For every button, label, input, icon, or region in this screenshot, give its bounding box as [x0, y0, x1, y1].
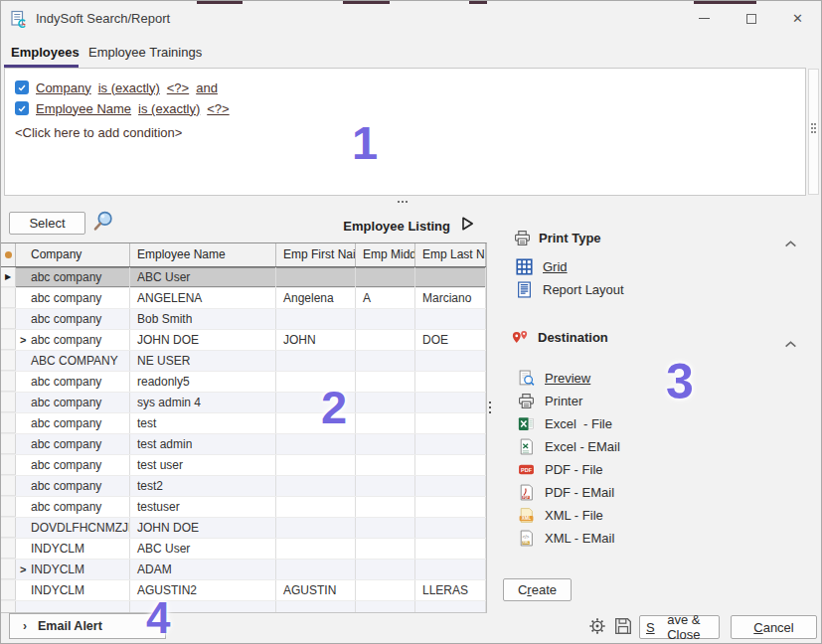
row-indicator[interactable]	[1, 497, 16, 517]
grid-cell-first[interactable]	[276, 434, 356, 454]
grid-cell-company[interactable]: >INDYCLM	[16, 560, 130, 579]
table-row[interactable]: >abc companyJOHN DOEJOHNDOE	[1, 330, 486, 351]
grid-cell-name[interactable]: test user	[130, 455, 276, 475]
table-row[interactable]: DOVDLFHCNMZJBIJOHN DOE	[1, 518, 486, 539]
option-label[interactable]: XML - File	[545, 508, 603, 523]
condition-term[interactable]: is (exactly)	[98, 80, 160, 95]
grid-cell-last[interactable]	[415, 267, 486, 287]
grid-cell-first[interactable]	[276, 267, 356, 287]
grid-cell-name[interactable]: JOHN DOE	[130, 330, 276, 350]
grid-cell-middle[interactable]	[356, 476, 415, 496]
grid-cell-middle[interactable]	[356, 601, 415, 613]
table-row[interactable]: INDYCLMAGUSTIN2AGUSTINLLERAS	[1, 580, 486, 601]
grid-cell-last[interactable]	[415, 455, 486, 475]
condition-term[interactable]: is (exactly)	[138, 101, 200, 116]
grid-cell-last[interactable]	[415, 309, 486, 329]
option-label[interactable]: Printer	[545, 394, 582, 408]
grid-cell-last[interactable]	[415, 497, 486, 517]
row-indicator[interactable]	[1, 601, 16, 613]
grid-cell-name[interactable]: test	[130, 413, 276, 433]
grid-cell-middle[interactable]: A	[356, 288, 415, 308]
grid-cell-middle[interactable]	[356, 413, 415, 433]
option-label[interactable]: Report Layout	[543, 282, 624, 297]
expand-row-icon[interactable]: >	[20, 560, 26, 579]
grid-cell-name[interactable]: Bob Smith	[130, 309, 276, 329]
grid-cell-company[interactable]: >abc company	[16, 330, 130, 350]
print-type-option-report-layout[interactable]: Report Layout	[516, 278, 624, 301]
destination-option-pdf-email[interactable]: PDFPDF - EMail	[518, 481, 620, 504]
grid-cell-last[interactable]	[415, 518, 486, 538]
grid-cell-name[interactable]: ADAM	[130, 560, 276, 579]
grid-cell-company[interactable]: abc company	[16, 455, 130, 475]
destination-section-header[interactable]: Destination	[510, 330, 608, 345]
grid-cell-company[interactable]: abc company	[16, 309, 130, 329]
minimize-icon[interactable]	[681, 4, 728, 33]
grid-cell-first[interactable]	[276, 601, 356, 613]
grid-cell-middle[interactable]	[356, 518, 415, 538]
row-indicator[interactable]	[1, 351, 16, 371]
table-row[interactable]: ABC COMPANYNE USER	[1, 351, 486, 372]
grid-cell-last[interactable]	[415, 434, 486, 454]
cancel-button[interactable]: Cancel	[731, 615, 817, 639]
table-row[interactable]: abc companytest	[1, 413, 486, 434]
table-row[interactable]: abc companysys admin 4	[1, 393, 486, 413]
condition-term[interactable]: <?>	[207, 101, 229, 116]
splitter-grip[interactable]	[811, 123, 813, 125]
row-indicator[interactable]	[1, 330, 16, 350]
grid-cell-company[interactable]: abc company	[16, 434, 130, 454]
grid-cell-middle[interactable]	[356, 393, 415, 412]
grid-cell-last[interactable]	[415, 372, 486, 392]
condition-term[interactable]: <?>	[167, 80, 189, 95]
row-indicator[interactable]	[1, 413, 16, 433]
table-row[interactable]: >INDYCLMADAM	[1, 560, 486, 580]
row-indicator[interactable]	[1, 393, 16, 412]
grid-cell-company[interactable]	[16, 601, 130, 613]
table-row[interactable]: abc companytest user	[1, 455, 486, 476]
create-button[interactable]: Create	[503, 578, 572, 601]
grid-cell-first[interactable]	[276, 455, 356, 475]
grid-cell-name[interactable]: test admin	[130, 434, 276, 454]
grid-cell-company[interactable]: abc company	[16, 393, 130, 412]
grid-cell-first[interactable]	[276, 497, 356, 517]
grid-cell-name[interactable]: ANGELENA	[130, 288, 276, 308]
horizontal-splitter-grip[interactable]	[398, 201, 400, 203]
table-row[interactable]: INDYCLMABC User	[1, 539, 486, 560]
row-indicator[interactable]: ▶	[1, 267, 16, 287]
row-indicator[interactable]	[1, 560, 16, 579]
condition-checkbox[interactable]	[15, 80, 29, 94]
grid-cell-company[interactable]: abc company	[16, 267, 130, 287]
grid-cell-last[interactable]: DOE	[415, 330, 486, 350]
grid-cell-last[interactable]	[415, 393, 486, 412]
table-row[interactable]: abc companyreadonly5	[1, 372, 486, 393]
grid-cell-last[interactable]	[415, 413, 486, 433]
row-indicator[interactable]	[1, 580, 16, 600]
grid-cell-last[interactable]	[415, 351, 486, 371]
grid-cell-last[interactable]	[415, 539, 486, 559]
grid-cell-name[interactable]: testuser	[130, 497, 276, 517]
destination-option-xml-file[interactable]: XMLXML - File	[518, 504, 620, 527]
grid-cell-company[interactable]: abc company	[16, 288, 130, 308]
close-icon[interactable]: ✕	[774, 4, 821, 33]
add-condition-link[interactable]: <Click here to add condition>	[15, 125, 797, 140]
column-header-emp-first-nai[interactable]: Emp First Nai	[276, 243, 356, 266]
grid-cell-first[interactable]	[276, 351, 356, 371]
grid-cell-company[interactable]: ABC COMPANY	[16, 351, 130, 371]
grid-cell-first[interactable]	[276, 309, 356, 329]
column-header-company[interactable]: Company	[16, 243, 130, 266]
grid-cell-last[interactable]: LLERAS	[415, 580, 486, 600]
row-indicator[interactable]	[1, 309, 16, 329]
row-indicator[interactable]	[1, 455, 16, 475]
grid-cell-name[interactable]: sys admin 4	[130, 393, 276, 412]
row-indicator[interactable]	[1, 288, 16, 308]
grid-cell-company[interactable]: abc company	[16, 476, 130, 496]
maximize-icon[interactable]	[728, 4, 774, 33]
table-row[interactable]: abc companytest2	[1, 476, 486, 497]
table-row[interactable]: abc companyANGELENAAngelenaAMarciano	[1, 288, 486, 309]
option-label[interactable]: PDF - EMail	[545, 485, 614, 500]
row-indicator[interactable]	[1, 476, 16, 496]
option-label[interactable]: Grid	[543, 259, 568, 274]
grid-cell-first[interactable]: AGUSTIN	[276, 580, 356, 600]
grid-cell-middle[interactable]	[356, 351, 415, 371]
column-header-emp-last-n[interactable]: Emp Last N	[415, 243, 486, 266]
grid-cell-name[interactable]: JOHN DOE	[130, 518, 276, 538]
